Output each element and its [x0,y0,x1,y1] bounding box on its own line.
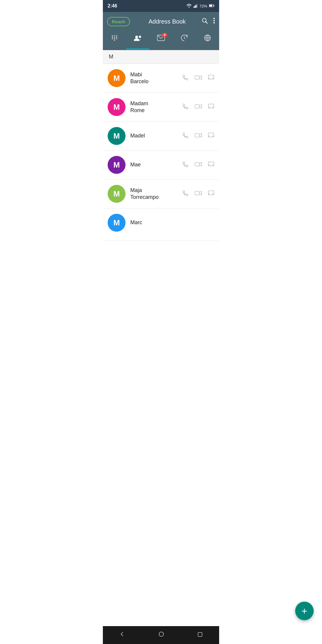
svg-point-12 [213,22,215,24]
svg-point-16 [112,37,113,38]
header-icons [201,17,215,26]
message-icon[interactable] [208,190,214,198]
message-icon[interactable] [208,132,214,140]
contact-name: MadamRome [130,100,177,114]
svg-rect-32 [195,105,199,108]
battery-text: 72% [199,4,207,8]
reach-logo[interactable]: Reach [107,17,130,26]
header-title: Address Book [137,18,198,25]
svg-rect-6 [213,5,214,6]
battery-icon [209,4,214,8]
contact-list: M MabiBarcelo [103,64,219,241]
svg-point-19 [112,38,113,39]
tab-dialpad[interactable] [103,31,126,49]
messages-badge: 4 [162,33,167,37]
svg-rect-3 [196,5,196,8]
message-icon[interactable] [208,74,214,82]
contact-actions [182,132,214,140]
dialpad-icon [111,34,118,43]
avatar: M [108,98,126,116]
video-icon[interactable] [195,75,202,82]
contact-name: Madel [130,132,177,139]
contact-item[interactable]: M MadamRome [103,93,219,122]
svg-rect-36 [195,162,199,166]
contact-item[interactable]: M Marc [103,208,219,241]
history-icon [181,34,188,43]
avatar: M [108,127,126,145]
video-icon[interactable] [195,162,202,168]
call-icon[interactable] [182,132,189,140]
status-bar: 2:46 72% [103,0,219,12]
svg-rect-34 [195,134,199,137]
tab-contacts[interactable] [126,31,149,49]
svg-line-9 [206,22,207,23]
tab-bar: 4 [103,31,219,50]
header: Reach Address Book [103,12,219,31]
section-letter: M [109,54,113,60]
contact-name: MabiBarcelo [130,71,177,85]
tab-history[interactable] [173,31,196,49]
section-header-m: M [103,50,219,64]
svg-rect-4 [196,4,197,8]
contact-item[interactable]: M MabiBarcelo [103,64,219,93]
call-icon[interactable] [182,103,189,111]
wifi-icon [186,4,192,9]
tab-messages[interactable]: 4 [149,31,173,49]
contact-name: Marc [130,219,210,226]
contact-item[interactable]: M MajaTorrecampo [103,179,219,208]
avatar: M [108,69,126,87]
contacts-icon [134,34,142,43]
svg-point-18 [116,37,117,38]
video-icon[interactable] [195,104,202,111]
tab-globe[interactable] [196,31,219,49]
avatar: M [108,156,126,174]
svg-rect-2 [194,6,195,8]
signal-icon [193,4,198,9]
call-icon[interactable] [182,190,189,198]
svg-point-24 [139,36,141,38]
contact-actions [182,74,214,82]
svg-rect-1 [193,6,194,7]
svg-point-17 [114,37,115,38]
call-icon[interactable] [182,161,189,169]
svg-point-13 [112,35,113,36]
search-icon[interactable] [201,17,208,26]
video-icon[interactable] [195,133,202,140]
svg-point-20 [114,38,115,39]
contact-actions [182,161,214,169]
svg-point-21 [116,38,117,39]
svg-point-14 [114,35,115,36]
contact-item[interactable]: M Mae [103,151,219,179]
contact-actions [182,190,214,198]
call-icon[interactable] [182,74,189,82]
status-icons: 72% [186,4,214,9]
message-icon[interactable] [208,161,214,169]
video-icon[interactable] [195,191,202,197]
svg-point-22 [114,40,115,41]
svg-rect-30 [195,76,199,79]
status-time: 2:46 [108,3,117,9]
globe-icon [204,34,211,43]
svg-point-0 [188,7,189,8]
svg-point-10 [213,18,215,19]
svg-rect-7 [209,4,212,6]
svg-point-15 [116,35,117,36]
contact-actions [182,103,214,111]
more-options-icon[interactable] [213,17,215,26]
svg-point-23 [135,36,138,38]
avatar: M [108,214,126,232]
avatar: M [108,185,126,203]
contact-item[interactable]: M Madel [103,122,219,151]
svg-point-11 [213,20,215,21]
svg-rect-38 [195,191,199,195]
contact-name: Mae [130,161,177,168]
contact-name: MajaTorrecampo [130,187,177,201]
message-icon[interactable] [208,103,214,111]
